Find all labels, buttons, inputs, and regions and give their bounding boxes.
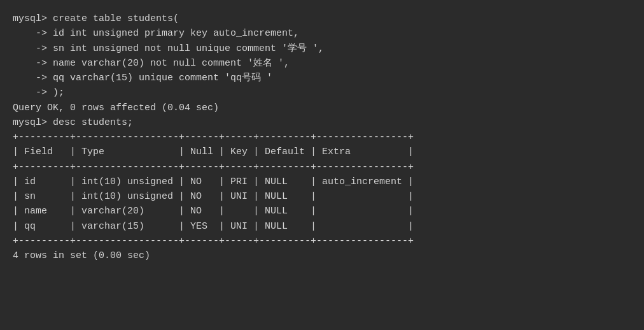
terminal-line-0: mysql> create table students( [13, 11, 631, 26]
terminal: mysql> create table students( -> id int … [13, 11, 631, 263]
terminal-line-5: -> ); [13, 85, 631, 100]
terminal-line-16: +---------+------------------+------+---… [13, 234, 631, 248]
terminal-line-2: -> sn int unsigned not null unique comme… [13, 41, 631, 56]
terminal-line-12: | id | int(10) unsigned | NO | PRI | NUL… [13, 175, 631, 189]
terminal-line-17: 4 rows in set (0.00 sec) [13, 248, 631, 263]
terminal-line-6: Query OK, 0 rows affected (0.04 sec) [13, 101, 631, 115]
terminal-line-4: -> qq varchar(15) unique comment 'qq号码 ' [13, 71, 631, 85]
terminal-line-10: | Field | Type | Null | Key | Default | … [13, 145, 631, 159]
terminal-line-1: -> id int unsigned primary key auto_incr… [13, 26, 631, 41]
terminal-line-8: mysql> desc students; [13, 115, 631, 130]
terminal-line-9: +---------+------------------+------+---… [13, 130, 631, 145]
terminal-line-11: +---------+------------------+------+---… [13, 160, 631, 175]
terminal-line-15: | qq | varchar(15) | YES | UNI | NULL | … [13, 219, 631, 234]
terminal-line-3: -> name varchar(20) not null comment '姓名… [13, 56, 631, 71]
terminal-line-14: | name | varchar(20) | NO | | NULL | | [13, 204, 631, 219]
terminal-line-13: | sn | int(10) unsigned | NO | UNI | NUL… [13, 189, 631, 204]
